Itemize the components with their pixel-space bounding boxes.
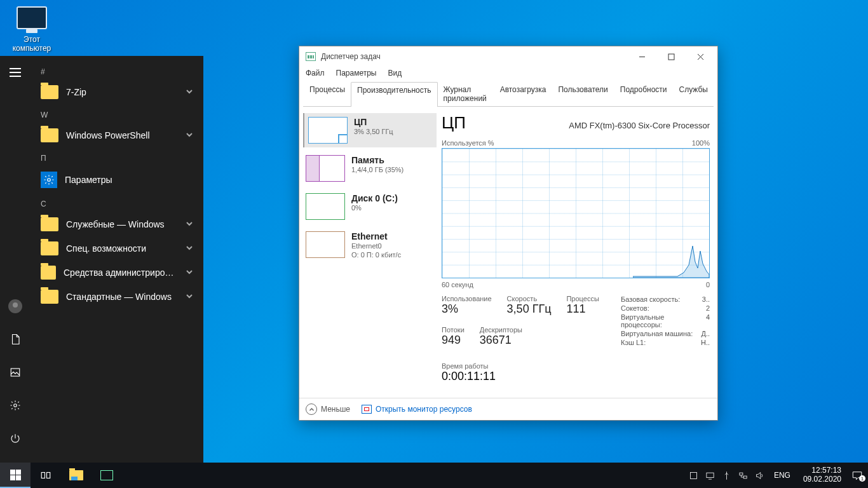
cpu-usage-chart xyxy=(442,148,710,278)
stat-value: 3% xyxy=(442,302,492,316)
start-documents-button[interactable] xyxy=(3,327,28,352)
start-hamburger-button[interactable] xyxy=(3,60,28,85)
perf-mem-sub: 1,4/4,0 ГБ (35%) xyxy=(351,165,403,174)
chevron-down-icon xyxy=(186,219,193,229)
x-axis-right: 0 xyxy=(706,281,710,288)
start-pictures-button[interactable] xyxy=(3,360,28,385)
task-view-icon xyxy=(40,470,51,481)
perf-item-cpu[interactable]: ЦП 3% 3,50 ГГц xyxy=(303,113,437,147)
perf-resource-list: ЦП 3% 3,50 ГГц Память 1,4/4,0 ГБ (35%) Д… xyxy=(303,113,437,395)
tab-app-history[interactable]: Журнал приложений xyxy=(437,81,494,106)
titlebar[interactable]: Диспетчер задач xyxy=(299,46,717,67)
app-settings[interactable]: Параметры xyxy=(31,166,203,193)
app-label: Средства администрирования… xyxy=(64,268,178,278)
minimize-button[interactable] xyxy=(627,47,656,66)
app-powershell[interactable]: Windows PowerShell xyxy=(31,123,203,147)
detail-heading: ЦП xyxy=(442,113,466,133)
stat-processes: Процессы 111 xyxy=(566,295,599,316)
chevron-down-icon xyxy=(186,130,193,140)
tray-usb-icon[interactable] xyxy=(722,470,732,480)
svg-point-2 xyxy=(48,179,51,182)
language-indicator[interactable]: ENG xyxy=(771,471,793,480)
menu-file[interactable]: Файл xyxy=(306,69,325,78)
spec-value: 2 xyxy=(706,304,710,312)
picture-icon xyxy=(10,367,21,378)
group-header-p[interactable]: П xyxy=(31,147,203,166)
task-manager-window: Диспетчер задач Файл Параметры Вид Проце… xyxy=(299,46,718,421)
spec-label: Базовая скорость: xyxy=(621,295,680,303)
tab-startup[interactable]: Автозагрузка xyxy=(494,81,553,106)
taskbar: ENG 12:57:13 09.02.2020 1 xyxy=(0,463,868,488)
tab-users[interactable]: Пользователи xyxy=(552,81,614,106)
tab-strip: Процессы Производительность Журнал прило… xyxy=(303,81,714,107)
tray-vm-icon[interactable] xyxy=(705,470,715,480)
tab-performance[interactable]: Производительность xyxy=(351,82,437,107)
tab-details[interactable]: Подробности xyxy=(614,81,674,106)
spec-label: Виртуальная машина: xyxy=(621,330,693,337)
gear-tile-icon xyxy=(41,172,57,188)
disk-thumb-chart xyxy=(306,193,345,220)
start-settings-button[interactable] xyxy=(3,393,28,418)
taskbar-explorer[interactable] xyxy=(61,463,92,488)
perf-item-disk[interactable]: Диск 0 (C:) 0% xyxy=(303,189,437,224)
tray-security-icon[interactable] xyxy=(689,470,699,480)
windows-logo-icon xyxy=(10,470,21,480)
system-tray xyxy=(689,470,765,480)
fewer-details-button[interactable]: Меньше xyxy=(306,403,350,415)
app-accessories[interactable]: Стандартные — Windows xyxy=(31,285,203,309)
start-power-button[interactable] xyxy=(3,426,28,451)
tab-services[interactable]: Службы xyxy=(673,81,714,106)
perf-disk-sub: 0% xyxy=(351,203,398,212)
tab-processes[interactable]: Процессы xyxy=(303,81,351,106)
memory-thumb-chart xyxy=(306,155,345,182)
task-view-button[interactable] xyxy=(31,463,61,488)
clock-time: 12:57:13 xyxy=(803,466,841,475)
svg-rect-6 xyxy=(691,472,697,478)
stat-value: 0:00:11:11 xyxy=(442,370,607,383)
taskbar-clock[interactable]: 12:57:13 09.02.2020 xyxy=(799,466,845,484)
action-center-button[interactable]: 1 xyxy=(851,470,864,480)
start-user-button[interactable] xyxy=(3,294,28,319)
app-accessibility[interactable]: Спец. возможности xyxy=(31,236,203,261)
stat-label: Время работы xyxy=(442,362,607,370)
folder-icon xyxy=(41,241,58,255)
group-header-hash[interactable]: # xyxy=(31,61,203,80)
spec-value: Н.. xyxy=(701,339,710,346)
start-apps-list[interactable]: # 7-Zip W Windows PowerShell П Параметры… xyxy=(31,56,203,463)
app-admin-tools[interactable]: Средства администрирования… xyxy=(31,261,203,285)
spec-value: Д.. xyxy=(701,330,710,337)
perf-eth-sub2: О: 0 П: 0 кбит/с xyxy=(351,250,401,259)
perf-cpu-sub: 3% 3,50 ГГц xyxy=(354,127,393,136)
group-header-w[interactable]: W xyxy=(31,104,203,123)
close-button[interactable] xyxy=(686,47,715,66)
hamburger-icon xyxy=(10,68,21,77)
maximize-button[interactable] xyxy=(656,47,686,66)
tray-network-icon[interactable] xyxy=(738,470,749,480)
folder-icon xyxy=(41,217,58,231)
stat-speed: Скорость 3,50 ГГц xyxy=(507,295,552,316)
chevron-down-icon xyxy=(186,292,193,302)
app-windows-system[interactable]: Служебные — Windows xyxy=(31,212,203,236)
perf-disk-title: Диск 0 (C:) xyxy=(351,193,398,203)
folder-icon xyxy=(41,128,58,142)
perf-detail-pane: ЦП AMD FX(tm)-6300 Six-Core Processor Ис… xyxy=(442,113,714,395)
perf-item-memory[interactable]: Память 1,4/4,0 ГБ (35%) xyxy=(303,151,437,186)
open-resource-monitor-link[interactable]: Открыть монитор ресурсов xyxy=(362,405,472,414)
monitor-icon xyxy=(17,6,47,29)
taskbar-task-manager[interactable] xyxy=(92,463,122,488)
stat-usage: Использование 3% xyxy=(442,295,492,316)
app-7zip[interactable]: 7-Zip xyxy=(31,80,203,104)
svg-rect-4 xyxy=(41,473,44,478)
menu-view[interactable]: Вид xyxy=(388,69,402,78)
y-axis-max: 100% xyxy=(692,139,710,147)
app-label: Стандартные — Windows xyxy=(66,292,172,302)
group-header-s[interactable]: С xyxy=(31,193,203,212)
menu-options[interactable]: Параметры xyxy=(336,69,377,78)
app-label: Параметры xyxy=(65,175,112,185)
notification-badge: 1 xyxy=(859,475,865,482)
power-icon xyxy=(10,433,21,444)
start-button[interactable] xyxy=(0,463,31,488)
perf-item-ethernet[interactable]: Ethernet Ethernet0 О: 0 П: 0 кбит/с xyxy=(303,227,437,264)
desktop-icon-this-pc[interactable]: Этот компьютер xyxy=(8,6,56,53)
tray-volume-icon[interactable] xyxy=(755,470,765,480)
